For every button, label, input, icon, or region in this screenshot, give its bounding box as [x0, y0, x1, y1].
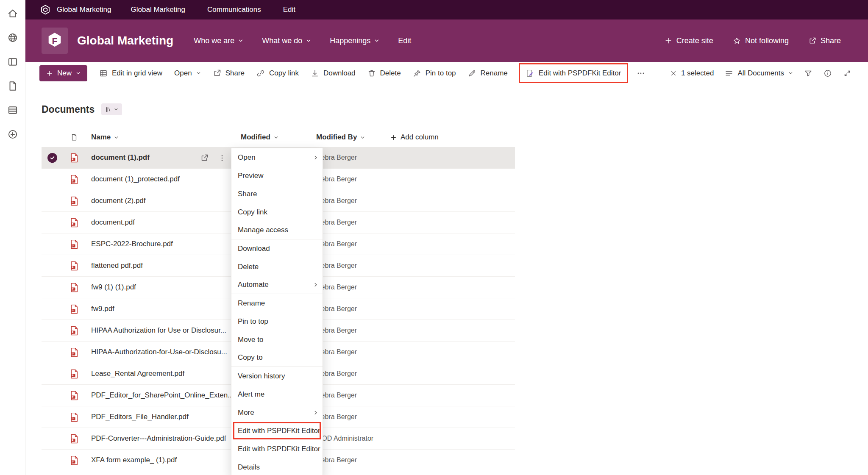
add-column-button[interactable]: Add column [390, 133, 439, 142]
menu-item-label: Preview [238, 172, 263, 180]
column-label: Modified [241, 133, 270, 142]
clear-selection-button[interactable]: 1 selected [665, 69, 720, 78]
share-button[interactable]: Share [207, 62, 250, 84]
site-logo-f-icon[interactable]: F [42, 28, 68, 54]
not-following-button[interactable]: Not following [733, 36, 789, 45]
rail-panels-button[interactable] [3, 53, 22, 71]
menu-item-download[interactable]: Download [231, 239, 323, 258]
file-name[interactable]: document (1)_protected.pdf [91, 175, 180, 183]
file-name[interactable]: flattened pdf.pdf [91, 261, 143, 270]
file-name[interactable]: document (2).pdf [91, 197, 146, 205]
modified-by-value: MOD Administrator [316, 435, 373, 442]
new-button[interactable]: New [39, 65, 87, 81]
edit-with-pspdfkit-editor-button[interactable]: Edit with PSPDFKit Editor [523, 64, 625, 82]
suite-nav-global-marketing[interactable]: Global Marketing [131, 6, 186, 14]
site-nav-edit[interactable]: Edit [398, 36, 411, 45]
download-button[interactable]: Download [305, 62, 362, 84]
open-button[interactable]: Open [168, 62, 207, 84]
page-title: Documents [42, 104, 95, 115]
menu-item-copy-link[interactable]: Copy link [231, 203, 323, 221]
rail-list-button[interactable] [3, 101, 22, 119]
menu-item-preview[interactable]: Preview [231, 167, 323, 185]
link-icon [256, 69, 265, 78]
menu-item-edit-with-pspdfkit-editor[interactable]: Edit with PSPDFKit Editor [231, 440, 323, 458]
create-site-button[interactable]: Create site [665, 36, 713, 45]
chevron-down-icon [238, 38, 243, 43]
star-icon [733, 37, 741, 45]
column-header-name[interactable]: Name [91, 133, 119, 142]
file-name[interactable]: XFA form example_ (1).pdf [91, 456, 177, 464]
library-views-pill[interactable] [101, 103, 122, 115]
suite-nav-communications[interactable]: Communications [207, 6, 261, 14]
site-nav-what-we-do[interactable]: What we do [262, 36, 311, 45]
rail-page-button[interactable] [3, 77, 22, 95]
more-commands-button[interactable] [631, 62, 651, 84]
pdf-file-icon [69, 325, 80, 336]
file-name[interactable]: PDF_Editors_File_Handler.pdf [91, 413, 189, 421]
selected-check[interactable] [47, 153, 57, 163]
cmd-label: Open [174, 69, 192, 78]
annotation-box-toolbar: Edit with PSPDFKit Editor [519, 63, 629, 83]
file-name[interactable]: fw9.pdf [91, 305, 114, 313]
menu-item-open[interactable]: Open [231, 148, 323, 167]
rail-add-button[interactable] [3, 125, 22, 144]
column-header-modified[interactable]: Modified [241, 133, 278, 142]
file-name[interactable]: Lease_Rental Agreement.pdf [91, 369, 184, 378]
menu-item-label: Version history [238, 372, 285, 381]
filter-button[interactable] [798, 69, 818, 78]
info-button[interactable] [818, 69, 837, 78]
menu-item-details[interactable]: Details [231, 458, 323, 475]
menu-item-edit-with-pspdfkit-editor[interactable]: Edit with PSPDFKit Editor [231, 422, 323, 440]
menu-item-move-to[interactable]: Move to [231, 331, 323, 349]
pdf-file-icon [69, 217, 80, 228]
expand-icon [843, 69, 851, 78]
file-name[interactable]: HIPAA-Authorization-for-Use-or-Disclosu.… [91, 348, 227, 356]
site-nav-who-we-are[interactable]: Who we are [194, 36, 243, 45]
menu-item-label: Rename [238, 299, 265, 308]
site-nav-happenings[interactable]: Happenings [330, 36, 379, 45]
delete-button[interactable]: Delete [362, 62, 407, 84]
row-share-button[interactable] [200, 154, 209, 162]
menu-item-share[interactable]: Share [231, 185, 323, 203]
suite-nav-edit[interactable]: Edit [283, 6, 295, 14]
trash-icon [367, 69, 376, 78]
column-header-modified-by[interactable]: Modified By [316, 133, 365, 142]
menu-item-version-history[interactable]: Version history [231, 367, 323, 385]
rail-globe-button[interactable] [3, 28, 22, 47]
menu-item-delete[interactable]: Delete [231, 258, 323, 276]
menu-item-more[interactable]: More [231, 403, 323, 422]
menu-item-copy-to[interactable]: Copy to [231, 349, 323, 367]
file-name[interactable]: PDF-Converter---Administration-Guide.pdf [91, 434, 226, 443]
hexagon-logo-icon[interactable] [40, 4, 51, 15]
fullscreen-button[interactable] [837, 69, 857, 78]
rail-home-button[interactable] [3, 4, 22, 23]
copy-link-button[interactable]: Copy link [250, 62, 305, 84]
list-icon [7, 105, 18, 116]
pdf-file-icon [69, 412, 80, 422]
file-name[interactable]: fw9 (1) (1).pdf [91, 283, 136, 292]
menu-item-manage-access[interactable]: Manage access [231, 221, 323, 239]
cmd-label: Pin to top [426, 69, 456, 78]
info-icon [823, 69, 832, 78]
row-more-icon[interactable] [218, 154, 226, 162]
hub-title[interactable]: Global Marketing [57, 6, 111, 14]
file-name[interactable]: PDF_Editor_for_SharePoint_Online_Exten..… [91, 391, 234, 400]
file-name[interactable]: document (1).pdf [91, 153, 150, 162]
pin-to-top-button[interactable]: Pin to top [407, 62, 462, 84]
rename-button[interactable]: Rename [462, 62, 514, 84]
pdf-file-icon [69, 153, 80, 163]
menu-item-rename[interactable]: Rename [231, 294, 323, 312]
menu-item-label: Alert me [238, 390, 264, 399]
menu-item-automate[interactable]: Automate [231, 276, 323, 294]
menu-item-alert-me[interactable]: Alert me [231, 385, 323, 403]
share-site-button[interactable]: Share [808, 36, 841, 45]
selection-count: 1 selected [681, 69, 714, 78]
file-name[interactable]: ESPC-2022-Brochure.pdf [91, 240, 173, 248]
file-name[interactable]: HIPAA Authorization for Use or Disclosur… [91, 326, 226, 335]
file-name[interactable]: document.pdf [91, 218, 135, 227]
view-selector[interactable]: All Documents [719, 69, 798, 78]
command-bar: New Edit in grid view Open Share Copy li… [25, 62, 868, 84]
edit-in-grid-view-button[interactable]: Edit in grid view [93, 62, 168, 84]
menu-item-label: Edit with PSPDFKit Editor [238, 445, 320, 453]
menu-item-pin-to-top[interactable]: Pin to top [231, 312, 323, 331]
